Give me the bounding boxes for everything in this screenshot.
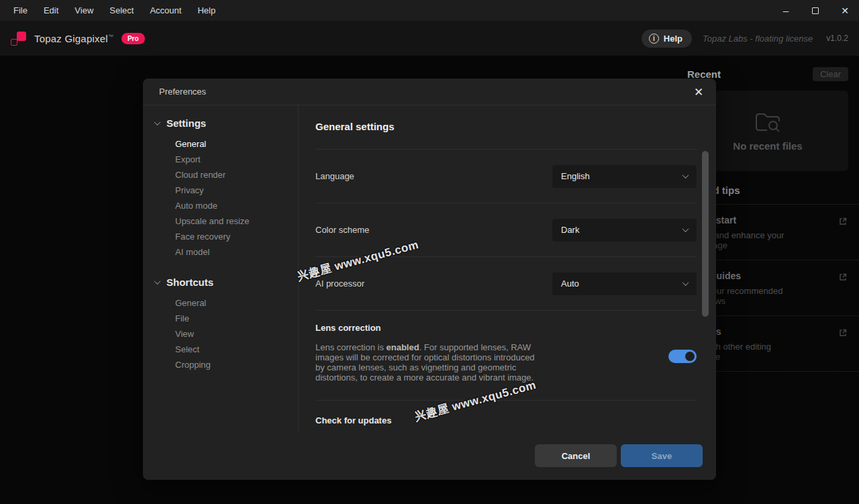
dialog-header: Preferences ✕ xyxy=(143,79,716,105)
external-link-icon xyxy=(839,327,847,340)
sidebar-item-shortcuts-file[interactable]: File xyxy=(175,311,298,326)
sidebar-item-cloud-render[interactable]: Cloud render xyxy=(175,167,298,183)
sidebar-shortcuts-header[interactable]: Shortcuts xyxy=(155,276,298,288)
chevron-down-icon xyxy=(154,278,161,285)
language-row: Language English xyxy=(315,150,697,203)
dialog-title: Preferences xyxy=(159,87,206,97)
sidebar-item-auto-mode[interactable]: Auto mode xyxy=(175,198,298,213)
info-icon: i xyxy=(649,34,659,44)
topaz-logo-icon xyxy=(11,31,26,46)
menu-select[interactable]: Select xyxy=(103,3,140,18)
dialog-body: Settings General Export Cloud render Pri… xyxy=(143,105,716,480)
dialog-main: General settings Language English Color … xyxy=(299,105,716,480)
window-controls: – ✕ xyxy=(781,6,850,15)
sidebar-item-privacy[interactable]: Privacy xyxy=(175,183,298,198)
chevron-down-icon xyxy=(154,119,161,125)
brand: Topaz Gigapixel™ Pro xyxy=(11,31,145,46)
sidebar-settings-header[interactable]: Settings xyxy=(155,117,298,129)
ai-processor-row: AI processor Auto xyxy=(315,257,697,311)
ai-processor-label: AI processor xyxy=(315,279,364,289)
sidebar-section-settings: Settings General Export Cloud render Pri… xyxy=(155,117,298,260)
sidebar-item-export[interactable]: Export xyxy=(175,152,298,167)
clear-button[interactable]: Clear xyxy=(813,67,848,81)
folder-search-icon xyxy=(754,111,781,134)
language-label: Language xyxy=(315,171,354,181)
sidebar-item-shortcuts-view[interactable]: View xyxy=(175,326,298,342)
sidebar-item-shortcuts-general[interactable]: General xyxy=(175,295,298,311)
chevron-down-icon xyxy=(683,172,689,179)
sidebar-item-shortcuts-cropping[interactable]: Cropping xyxy=(175,357,298,372)
chevron-down-icon xyxy=(683,225,689,232)
lens-correction-title: Lens correction xyxy=(315,323,542,334)
menu-bar: File Edit View Select Account Help – ✕ xyxy=(0,0,859,21)
sidebar-item-face-recovery[interactable]: Face recovery xyxy=(175,229,298,244)
pro-badge: Pro xyxy=(121,33,145,44)
dialog-sidebar: Settings General Export Cloud render Pri… xyxy=(143,105,299,480)
license-text: Topaz Labs - floating license xyxy=(703,34,813,44)
minimize-icon[interactable]: – xyxy=(781,6,791,15)
next-section-heading-clipped: Check for updates xyxy=(315,415,697,425)
menu-view[interactable]: View xyxy=(68,3,100,18)
sidebar-item-shortcuts-select[interactable]: Select xyxy=(175,342,298,357)
version-text: v1.0.2 xyxy=(826,34,848,43)
language-value: English xyxy=(561,171,590,181)
chevron-down-icon xyxy=(683,279,689,286)
lens-correction-toggle[interactable] xyxy=(668,350,697,363)
language-select[interactable]: English xyxy=(552,165,697,188)
color-scheme-label: Color scheme xyxy=(315,225,369,235)
lens-correction-description: Lens correction is enabled. For supporte… xyxy=(315,342,542,383)
menu-help[interactable]: Help xyxy=(191,3,222,18)
app-header: Topaz Gigapixel™ Pro i Help Topaz Labs -… xyxy=(0,21,859,56)
menu-items: File Edit View Select Account Help xyxy=(7,3,222,18)
color-scheme-value: Dark xyxy=(561,225,579,235)
external-link-icon xyxy=(839,272,847,284)
menu-account[interactable]: Account xyxy=(143,3,188,18)
close-window-icon[interactable]: ✕ xyxy=(840,6,850,15)
sidebar-section-shortcuts: Shortcuts General File View Select Cropp… xyxy=(155,276,298,372)
cancel-button[interactable]: Cancel xyxy=(535,444,617,467)
header-right: i Help Topaz Labs - floating license v1.… xyxy=(642,30,848,48)
dialog-close-icon[interactable]: ✕ xyxy=(690,83,707,101)
trademark: ™ xyxy=(108,34,113,40)
no-recent-files-label: No recent files xyxy=(733,140,802,152)
help-button[interactable]: i Help xyxy=(642,30,692,48)
app-window: File Edit View Select Account Help – ✕ T… xyxy=(0,0,859,504)
sidebar-item-general[interactable]: General xyxy=(175,136,298,152)
external-link-icon xyxy=(839,216,847,228)
menu-file[interactable]: File xyxy=(7,3,34,18)
general-settings-heading: General settings xyxy=(315,121,697,132)
brand-name: Topaz Gigapixel™ xyxy=(34,33,113,44)
ai-processor-select[interactable]: Auto xyxy=(552,272,697,295)
save-button[interactable]: Save xyxy=(621,444,703,467)
help-label: Help xyxy=(664,34,683,44)
sidebar-item-upscale-and-resize[interactable]: Upscale and resize xyxy=(175,213,298,229)
menu-edit[interactable]: Edit xyxy=(37,3,65,18)
workspace: Recent Clear No recent files Guides and … xyxy=(0,56,859,504)
ai-processor-value: Auto xyxy=(561,279,579,289)
maximize-icon[interactable] xyxy=(811,6,820,15)
dialog-scrollbar[interactable] xyxy=(702,151,709,317)
dialog-footer: Cancel Save xyxy=(143,432,716,480)
sidebar-item-ai-model[interactable]: AI model xyxy=(175,244,298,260)
color-scheme-select[interactable]: Dark xyxy=(552,219,697,242)
